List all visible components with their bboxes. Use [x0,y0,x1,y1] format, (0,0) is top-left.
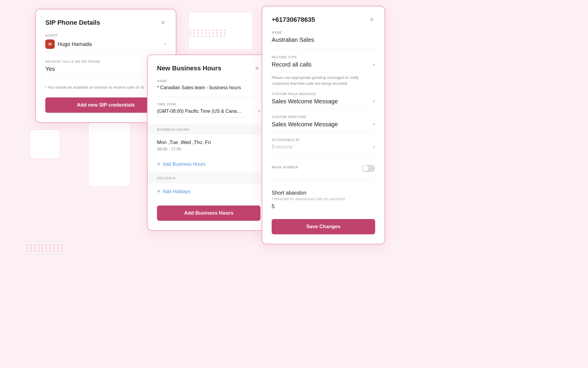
accessible-chevron-icon: ▾ [373,144,375,150]
add-holidays-plus-icon: + [157,188,161,195]
record-type-select-row[interactable]: Record all calls ▾ [272,61,375,72]
holidays-section-label: HOLIDAYS [157,176,176,180]
ringtone-select-row[interactable]: Sales Welcome Message ▾ [272,121,375,132]
mask-number-toggle[interactable] [362,165,375,172]
add-holidays-link[interactable]: + Add Holidays [157,183,260,200]
holidays-section-header: HOLIDAYS [148,172,270,183]
hours-days: Mon ,Tue ,Wed ,Thu ,Fri [157,140,260,145]
add-holidays-label: Add Holidays [163,189,191,194]
short-abandon-section: Short abandon Threshold for abandoned ca… [272,186,375,213]
timezone-chevron-icon: ▾ [258,108,260,114]
phone-modal-title: +61730678635 [272,16,315,24]
bh-divider-1 [157,96,260,97]
phone-divider-1 [272,49,375,49]
agent-chevron-icon: ▾ [164,42,166,47]
short-abandon-title: Short abandon [272,190,375,196]
phone-divider-2 [272,180,375,180]
bh-timezone-value: (GMT-08:00) Pacific Time (US & Cana… [157,109,241,114]
hours-time: 08:00 - 17:00 [157,147,260,151]
business-hours-section-header: BUSINESS HOURS [148,124,270,135]
phone-name-label: NAME [272,31,375,34]
bh-timezone-field-group: TIME ZONE (GMT-08:00) Pacific Time (US &… [157,102,260,118]
add-business-hours-button[interactable]: Add Business Hours [157,205,260,221]
accessible-field-group: ACCESSIBLE BY Everyone ▾ [272,138,375,154]
sip-modal-header: SIP Phone Details ✕ [45,19,166,26]
bh-modal-header: New Business Hours ✕ [157,64,260,72]
business-hours-modal: New Business Hours ✕ NAME * Canadian Sal… [147,54,270,231]
record-type-field-group: RECORD TYPE Record all calls ▾ Please us… [272,55,375,86]
phone-modal-close-button[interactable]: ✕ [368,16,375,23]
ringtone-chevron-icon: ▾ [373,122,375,127]
record-type-chevron-icon: ▾ [373,62,375,67]
ringtone-label: CUSTOM RINGTONE [272,115,375,119]
short-abandon-subtitle: Threshold for abandoned calls (in second… [272,197,375,201]
agent-name: Hugo Hamada [58,41,92,47]
bh-name-label: NAME [157,79,260,83]
phone-modal-header: +61730678635 ✕ [272,16,375,24]
record-type-label: RECORD TYPE [272,55,375,59]
bh-name-value: * Canadian Sales team - business hours [157,85,260,90]
business-hours-section-label: BUSINESS HOURS [157,128,190,131]
bh-modal-close-button[interactable]: ✕ [253,65,260,72]
bh-modal-title: New Business Hours [157,64,221,72]
bh-name-field-group: NAME * Canadian Sales team - business ho… [157,79,260,90]
hold-message-value: Sales Welcome Message [272,98,338,105]
mask-number-label: MASK NUMBER [272,165,298,169]
mask-number-row: MASK NUMBER [272,160,375,174]
record-type-value: Record all calls [272,61,312,68]
bh-timezone-label: TIME ZONE [157,102,260,106]
bh-cta-wrapper: Add Business Hours [157,205,260,221]
add-business-hours-link[interactable]: + Add Business Hours [157,156,260,172]
ringtone-value: Sales Welcome Message [272,121,338,128]
agent-dropdown-row[interactable]: H Hugo Hamada ▾ [45,39,166,53]
phone-cta-wrapper: Save Changes [272,219,375,234]
sip-modal-close-button[interactable]: ✕ [159,19,166,26]
hold-message-label: CUSTOM HOLD MESSAGE [272,92,375,96]
accessible-label: ACCESSIBLE BY [272,138,375,142]
phone-name-value: Australian Sales [272,37,375,43]
hold-message-chevron-icon: ▾ [373,99,375,104]
background-card-3 [29,130,60,159]
mask-number-toggle-knob [363,165,369,171]
agent-field-group: AGENT H Hugo Hamada ▾ [45,34,166,53]
phone-name-field-group: NAME Australian Sales [272,31,375,43]
add-business-hours-label: Add Business Hours [163,162,206,167]
background-card-2 [88,122,131,187]
hold-message-field-group: CUSTOM HOLD MESSAGE Sales Welcome Messag… [272,92,375,109]
accessible-value: Everyone [272,144,293,150]
sip-modal-title: SIP Phone Details [45,19,100,26]
bh-timezone-dropdown[interactable]: (GMT-08:00) Pacific Time (US & Cana… ▾ [157,108,260,118]
agent-field-label: AGENT [45,34,166,37]
save-changes-button[interactable]: Save Changes [272,219,375,234]
agent-info: H Hugo Hamada [45,39,92,49]
agent-avatar: H [45,39,55,49]
hold-message-select-row[interactable]: Sales Welcome Message ▾ [272,98,375,109]
short-abandon-value: 5 [272,203,375,210]
business-hours-entry: Mon ,Tue ,Wed ,Thu ,Fri 08:00 - 17:00 [157,135,260,156]
ringtone-field-group: CUSTOM RINGTONE Sales Welcome Message ▾ [272,115,375,132]
dot-pattern-2 [26,244,63,252]
dot-pattern-1 [190,29,226,37]
phone-details-modal: +61730678635 ✕ NAME Australian Sales REC… [262,6,385,244]
record-note: Please use appropriate greeting messages… [272,75,375,86]
add-business-hours-plus-icon: + [157,161,161,168]
accessible-select-row[interactable]: Everyone ▾ [272,144,375,154]
